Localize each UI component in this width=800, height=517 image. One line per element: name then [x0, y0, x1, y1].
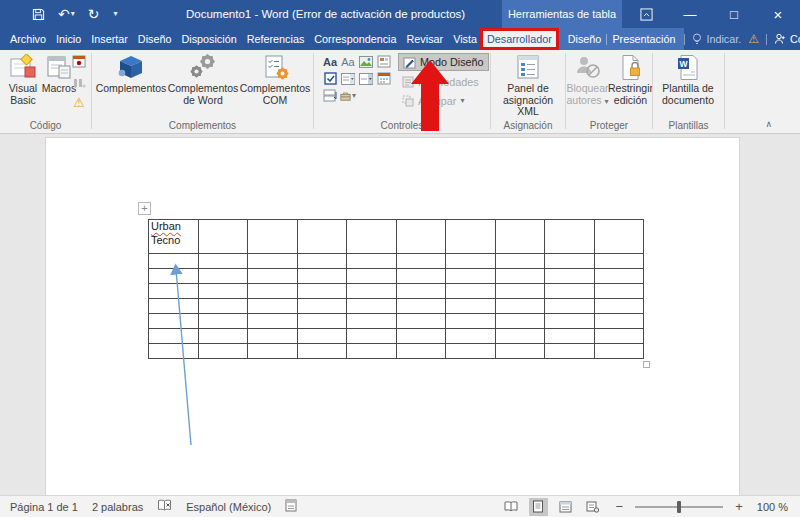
building-block-gallery-button[interactable]	[376, 54, 392, 69]
tab-inicio[interactable]: Inicio	[52, 28, 85, 50]
table-cell[interactable]	[248, 284, 298, 299]
tab-revisar[interactable]: Revisar	[403, 28, 448, 50]
tab-referencias[interactable]: Referencias	[243, 28, 309, 50]
record-macro-button[interactable]	[72, 54, 86, 72]
table-cell[interactable]	[248, 314, 298, 329]
table-cell[interactable]	[545, 254, 595, 269]
table-cell[interactable]	[446, 299, 496, 314]
table-cell[interactable]	[149, 344, 199, 359]
document-page[interactable]: + UrbanTecno	[45, 137, 740, 495]
table-cell[interactable]	[149, 299, 199, 314]
table-cell[interactable]	[198, 220, 248, 254]
zoom-slider[interactable]	[635, 506, 723, 508]
tab-diseno[interactable]: Diseño	[134, 28, 176, 50]
table-cell[interactable]	[495, 284, 545, 299]
table-cell[interactable]	[446, 344, 496, 359]
proofing-status-button[interactable]	[157, 499, 172, 514]
table-cell[interactable]	[495, 269, 545, 284]
table-cell[interactable]	[495, 254, 545, 269]
complementos-word-button[interactable]: Complementos de Word	[168, 52, 238, 106]
table-cell[interactable]	[396, 284, 446, 299]
table-cell[interactable]	[396, 269, 446, 284]
table-move-handle[interactable]: +	[138, 202, 151, 215]
collapse-ribbon-button[interactable]: ∧	[765, 119, 772, 129]
table-cell[interactable]	[149, 329, 199, 344]
plain-text-content-control-button[interactable]: Aa	[340, 54, 356, 69]
undo-button[interactable]: ↶▾	[58, 7, 75, 21]
tell-me-button[interactable]: Indicar.	[692, 33, 741, 45]
page-number-status[interactable]: Página 1 de 1	[10, 501, 78, 513]
restringir-edicion-button[interactable]: Restringir edición	[609, 52, 652, 106]
close-button[interactable]: ×	[756, 0, 800, 28]
tab-desarrollador[interactable]: Desarrollador	[483, 28, 556, 50]
pause-recording-button[interactable]	[72, 75, 86, 93]
language-status[interactable]: Español (México)	[186, 501, 271, 513]
table-cell[interactable]	[545, 329, 595, 344]
tab-table-diseno[interactable]: Diseño	[564, 28, 606, 50]
tab-correspondencia[interactable]: Correspondencia	[310, 28, 400, 50]
table-cell[interactable]	[198, 314, 248, 329]
table-cell[interactable]	[198, 299, 248, 314]
table-cell[interactable]	[198, 344, 248, 359]
table-cell[interactable]	[347, 284, 397, 299]
table-cell[interactable]	[396, 314, 446, 329]
table-cell[interactable]	[495, 344, 545, 359]
table-cell[interactable]	[347, 329, 397, 344]
table-cell[interactable]	[594, 220, 644, 254]
tab-vista[interactable]: Vista	[449, 28, 481, 50]
table-cell[interactable]	[545, 299, 595, 314]
table-cell[interactable]	[545, 314, 595, 329]
plantilla-documento-button[interactable]: W Plantilla de documento	[656, 52, 720, 106]
table-cell[interactable]	[446, 254, 496, 269]
table-cell[interactable]	[297, 269, 347, 284]
checkbox-content-control-button[interactable]	[322, 71, 338, 86]
macros-button[interactable]: Macros	[43, 52, 75, 95]
table-cell[interactable]	[149, 284, 199, 299]
table-cell[interactable]	[446, 314, 496, 329]
table-cell[interactable]	[347, 254, 397, 269]
picture-content-control-button[interactable]	[358, 54, 374, 69]
table-cell[interactable]	[149, 269, 199, 284]
table-cell[interactable]	[347, 299, 397, 314]
table-cell[interactable]	[594, 344, 644, 359]
rich-text-content-control-button[interactable]: Aa	[322, 54, 338, 69]
modo-diseno-button[interactable]: Modo Diseño	[398, 53, 489, 71]
repeating-section-content-control-button[interactable]	[322, 88, 338, 103]
table-cell[interactable]	[248, 254, 298, 269]
print-layout-view-button[interactable]	[529, 498, 548, 516]
agrupar-button[interactable]: Agrupar ▾	[398, 93, 468, 108]
table-cell[interactable]	[198, 269, 248, 284]
table-cell[interactable]	[297, 299, 347, 314]
table-cell[interactable]	[446, 329, 496, 344]
table-cell[interactable]	[198, 284, 248, 299]
table-cell[interactable]	[347, 220, 397, 254]
table-cell[interactable]	[594, 314, 644, 329]
table-cell[interactable]	[446, 220, 496, 254]
zoom-in-button[interactable]: +	[735, 501, 743, 513]
tab-disposicion[interactable]: Disposición	[177, 28, 240, 50]
propiedades-button[interactable]: Propiedades	[398, 74, 483, 89]
table-cell[interactable]	[495, 314, 545, 329]
table-cell[interactable]	[545, 269, 595, 284]
warning-icon[interactable]: ⚠	[748, 33, 759, 45]
table-cell[interactable]	[495, 329, 545, 344]
table-cell[interactable]	[248, 220, 298, 254]
tab-archivo[interactable]: Archivo	[6, 28, 50, 50]
tab-insertar[interactable]: Insertar	[87, 28, 132, 50]
minimize-button[interactable]: —	[668, 0, 712, 28]
macro-recording-status-button[interactable]	[285, 499, 297, 514]
table-cell[interactable]	[297, 254, 347, 269]
table-cell[interactable]	[545, 344, 595, 359]
table-cell[interactable]	[594, 284, 644, 299]
date-picker-content-control-button[interactable]	[376, 71, 392, 86]
table-cell[interactable]	[248, 269, 298, 284]
table-cell[interactable]	[149, 254, 199, 269]
tab-presentacion[interactable]: Presentación	[608, 28, 679, 50]
table-resize-handle[interactable]	[643, 361, 650, 368]
customize-qat-button[interactable]: ▾	[113, 7, 117, 21]
macro-security-button[interactable]: ⚠	[73, 96, 85, 109]
table-cell[interactable]	[545, 220, 595, 254]
zoom-level-button[interactable]: 100 %	[757, 501, 788, 513]
table-cell[interactable]	[396, 329, 446, 344]
table-cell[interactable]	[495, 220, 545, 254]
